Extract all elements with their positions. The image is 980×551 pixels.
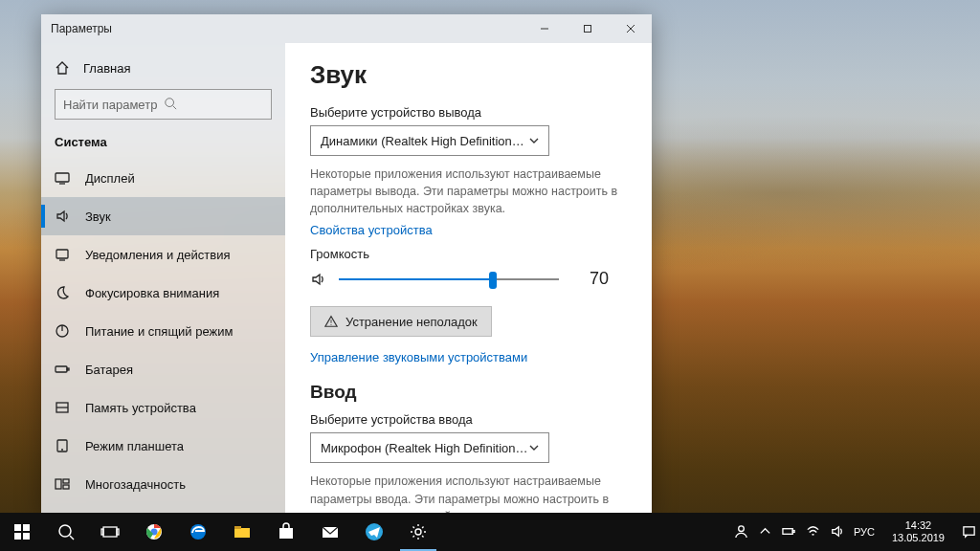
- svg-rect-24: [14, 533, 21, 540]
- notification-icon: [55, 247, 70, 262]
- sidebar-item-storage[interactable]: Память устройства: [41, 388, 285, 427]
- sidebar-section-title: Система: [41, 131, 285, 159]
- sidebar-item-label: Режим планшета: [85, 439, 184, 453]
- sidebar-item-label: Память устройства: [85, 401, 196, 415]
- tray-people-icon[interactable]: [734, 524, 748, 540]
- multitask-icon: [55, 476, 70, 492]
- svg-rect-8: [56, 250, 68, 258]
- sidebar-item-label: Звук: [85, 209, 111, 224]
- search-input[interactable]: Найти параметр: [55, 89, 272, 120]
- tray-action-center-icon[interactable]: [962, 524, 976, 540]
- system-tray: РУС 14:32 13.05.2019: [730, 519, 980, 544]
- taskbar: РУС 14:32 13.05.2019: [0, 513, 980, 551]
- svg-rect-36: [279, 528, 293, 539]
- sidebar-item-label: Фокусировка внимания: [85, 286, 219, 300]
- svg-point-26: [59, 525, 71, 537]
- speaker-icon: [310, 272, 325, 287]
- tray-volume-icon[interactable]: [830, 524, 844, 540]
- svg-point-40: [739, 525, 745, 531]
- output-description: Некоторые приложения используют настраив…: [310, 165, 626, 217]
- sidebar-item-notifications[interactable]: Уведомления и действия: [41, 235, 285, 274]
- svg-rect-43: [964, 526, 974, 534]
- search-icon: [164, 97, 264, 113]
- titlebar: Параметры: [41, 14, 652, 43]
- sidebar-item-sound[interactable]: Звук: [41, 197, 285, 235]
- output-device-label: Выберите устройство вывода: [310, 105, 627, 120]
- display-icon: [55, 170, 70, 186]
- output-device-select[interactable]: Динамики (Realtek High Definition…: [310, 125, 549, 156]
- power-icon: [55, 323, 70, 339]
- input-device-select[interactable]: Микрофон (Realtek High Definition…: [310, 432, 549, 463]
- volume-value: 70: [590, 269, 609, 289]
- sidebar-home-label: Главная: [83, 61, 130, 76]
- svg-rect-25: [23, 533, 30, 540]
- moon-icon: [55, 285, 70, 300]
- window-title: Параметры: [51, 22, 112, 35]
- svg-rect-42: [792, 530, 794, 532]
- device-properties-link[interactable]: Свойства устройства: [310, 223, 627, 237]
- svg-rect-29: [101, 529, 103, 535]
- volume-slider[interactable]: [339, 270, 559, 289]
- chevron-down-icon: [529, 136, 539, 145]
- svg-point-21: [330, 324, 331, 325]
- sidebar-item-multitask[interactable]: Многозадачность: [41, 465, 285, 503]
- sidebar: Главная Найти параметр Система Дисплей З…: [41, 43, 285, 514]
- troubleshoot-button[interactable]: Устранение неполадок: [310, 306, 492, 337]
- sidebar-item-label: Уведомления и действия: [85, 248, 231, 262]
- manage-devices-link[interactable]: Управление звуковыми устройствами: [310, 350, 627, 364]
- search-placeholder: Найти параметр: [63, 98, 164, 112]
- task-view-button[interactable]: [88, 513, 132, 551]
- tray-language[interactable]: РУС: [854, 526, 875, 538]
- maximize-button[interactable]: [566, 14, 609, 43]
- taskbar-app-settings[interactable]: [396, 513, 440, 551]
- tray-time: 14:32: [892, 519, 945, 532]
- tray-battery-icon[interactable]: [782, 524, 796, 540]
- svg-rect-41: [783, 528, 792, 534]
- svg-rect-1: [584, 26, 590, 33]
- battery-icon: [55, 362, 70, 377]
- tablet-icon: [55, 438, 70, 453]
- settings-window: Параметры Главная Найти параметр Система…: [41, 14, 652, 514]
- input-description: Некоторые приложения используют настраив…: [310, 473, 626, 514]
- home-icon: [55, 60, 70, 76]
- svg-rect-12: [67, 368, 69, 370]
- minimize-button[interactable]: [523, 14, 566, 43]
- taskbar-app-telegram[interactable]: [352, 513, 396, 551]
- output-device-value: Динамики (Realtek High Definition…: [321, 134, 524, 148]
- svg-rect-11: [56, 366, 67, 372]
- sidebar-item-label: Многозадачность: [85, 477, 186, 492]
- sidebar-home[interactable]: Главная: [41, 55, 285, 81]
- volume-row: 70: [310, 269, 627, 289]
- svg-rect-6: [56, 173, 69, 182]
- taskbar-app-chrome[interactable]: [132, 513, 176, 551]
- taskbar-app-store[interactable]: [264, 513, 308, 551]
- sidebar-item-battery[interactable]: Батарея: [41, 350, 285, 388]
- sidebar-item-display[interactable]: Дисплей: [41, 159, 285, 197]
- svg-point-39: [415, 529, 421, 535]
- tray-date: 13.05.2019: [892, 532, 945, 544]
- svg-rect-22: [14, 524, 21, 531]
- close-button[interactable]: [609, 14, 652, 43]
- svg-line-5: [172, 105, 176, 109]
- sidebar-item-power[interactable]: Питание и спящий режим: [41, 312, 285, 350]
- volume-label: Громкость: [310, 247, 627, 261]
- tray-chevron-up-icon[interactable]: [758, 524, 772, 540]
- tray-clock[interactable]: 14:32 13.05.2019: [884, 519, 952, 544]
- svg-rect-34: [234, 528, 250, 538]
- taskbar-app-mail[interactable]: [308, 513, 352, 551]
- sidebar-item-tablet[interactable]: Режим планшета: [41, 427, 285, 465]
- svg-line-27: [70, 536, 74, 540]
- input-device-value: Микрофон (Realtek High Definition…: [321, 441, 528, 455]
- input-section-title: Ввод: [310, 382, 627, 403]
- tray-wifi-icon[interactable]: [806, 524, 820, 540]
- start-button[interactable]: [0, 513, 44, 551]
- taskbar-app-explorer[interactable]: [220, 513, 264, 551]
- page-title: Звук: [310, 60, 627, 90]
- sidebar-item-label: Питание и спящий режим: [85, 324, 233, 339]
- storage-icon: [55, 400, 70, 415]
- taskbar-app-edge[interactable]: [176, 513, 220, 551]
- troubleshoot-label: Устранение неполадок: [345, 315, 478, 329]
- search-button[interactable]: [44, 513, 88, 551]
- sidebar-item-focus[interactable]: Фокусировка внимания: [41, 274, 285, 312]
- svg-rect-18: [63, 479, 69, 483]
